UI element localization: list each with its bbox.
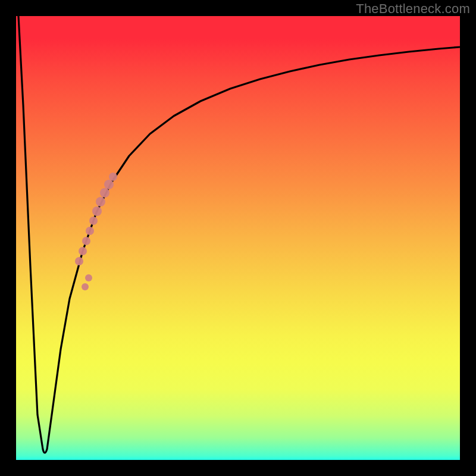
svg-point-0	[75, 257, 83, 265]
svg-point-4	[89, 217, 98, 225]
svg-point-8	[104, 180, 114, 189]
svg-point-11	[82, 283, 89, 290]
svg-point-2	[82, 237, 90, 245]
svg-point-7	[100, 188, 109, 198]
svg-point-10	[85, 274, 92, 281]
svg-point-5	[92, 206, 102, 216]
svg-point-9	[109, 173, 117, 181]
svg-point-1	[79, 247, 87, 255]
curve-layer	[16, 16, 460, 460]
chart-frame: TheBottleneck.com	[0, 0, 476, 476]
svg-point-3	[86, 227, 94, 235]
watermark-text: TheBottleneck.com	[356, 1, 470, 17]
plot-area	[16, 16, 460, 460]
marker-band	[75, 173, 117, 290]
bottleneck-curve	[18, 16, 460, 453]
svg-point-6	[96, 197, 105, 206]
